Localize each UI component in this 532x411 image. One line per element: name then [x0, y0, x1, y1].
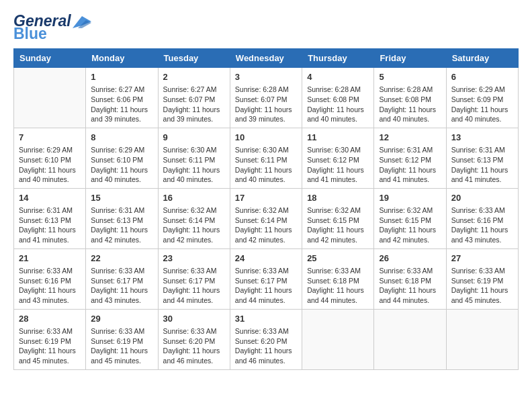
day-info: Sunrise: 6:33 AM Sunset: 6:18 PM Dayligh… — [307, 266, 369, 306]
calendar-table: SundayMondayTuesdayWednesdayThursdayFrid… — [13, 48, 519, 370]
calendar-day-cell: 21Sunrise: 6:33 AM Sunset: 6:16 PM Dayli… — [14, 248, 86, 309]
day-number: 28 — [19, 313, 81, 325]
day-number: 19 — [379, 192, 441, 204]
day-info: Sunrise: 6:31 AM Sunset: 6:13 PM Dayligh… — [451, 145, 513, 185]
day-info: Sunrise: 6:33 AM Sunset: 6:19 PM Dayligh… — [19, 326, 81, 366]
day-number: 8 — [91, 132, 152, 144]
calendar-day-cell: 13Sunrise: 6:31 AM Sunset: 6:13 PM Dayli… — [446, 128, 518, 188]
day-number: 27 — [451, 253, 513, 265]
calendar-week-row: 21Sunrise: 6:33 AM Sunset: 6:16 PM Dayli… — [14, 248, 519, 309]
day-number: 18 — [307, 192, 369, 204]
day-number: 7 — [19, 132, 81, 144]
day-number: 16 — [163, 192, 225, 204]
day-header-friday: Friday — [374, 49, 446, 68]
calendar-day-cell: 10Sunrise: 6:30 AM Sunset: 6:11 PM Dayli… — [230, 128, 302, 188]
day-header-wednesday: Wednesday — [230, 49, 302, 68]
calendar-day-cell: 7Sunrise: 6:29 AM Sunset: 6:10 PM Daylig… — [14, 128, 86, 188]
day-number: 11 — [307, 132, 369, 144]
day-info: Sunrise: 6:31 AM Sunset: 6:13 PM Dayligh… — [19, 205, 81, 245]
day-number: 3 — [235, 71, 297, 83]
day-info: Sunrise: 6:28 AM Sunset: 6:08 PM Dayligh… — [307, 85, 369, 124]
day-info: Sunrise: 6:33 AM Sunset: 6:17 PM Dayligh… — [91, 266, 152, 306]
calendar-day-cell: 27Sunrise: 6:33 AM Sunset: 6:19 PM Dayli… — [446, 248, 518, 309]
day-info: Sunrise: 6:27 AM Sunset: 6:06 PM Dayligh… — [91, 85, 152, 124]
day-number: 1 — [91, 71, 152, 83]
calendar-day-cell: 5Sunrise: 6:28 AM Sunset: 6:08 PM Daylig… — [374, 68, 446, 128]
day-info: Sunrise: 6:28 AM Sunset: 6:08 PM Dayligh… — [379, 85, 441, 124]
day-info: Sunrise: 6:28 AM Sunset: 6:07 PM Dayligh… — [235, 85, 297, 124]
calendar-day-cell: 26Sunrise: 6:33 AM Sunset: 6:18 PM Dayli… — [374, 248, 446, 309]
day-number: 14 — [19, 192, 81, 204]
day-number: 24 — [235, 253, 297, 265]
day-info: Sunrise: 6:27 AM Sunset: 6:07 PM Dayligh… — [163, 85, 225, 124]
day-info: Sunrise: 6:32 AM Sunset: 6:15 PM Dayligh… — [379, 205, 441, 245]
day-number: 20 — [451, 192, 513, 204]
calendar-day-cell: 1Sunrise: 6:27 AM Sunset: 6:06 PM Daylig… — [86, 68, 158, 128]
calendar-day-cell: 31Sunrise: 6:33 AM Sunset: 6:20 PM Dayli… — [230, 309, 302, 369]
day-header-sunday: Sunday — [14, 49, 86, 68]
day-number: 29 — [91, 313, 152, 325]
calendar-day-cell: 30Sunrise: 6:33 AM Sunset: 6:20 PM Dayli… — [158, 309, 230, 369]
day-number: 21 — [19, 253, 81, 265]
day-info: Sunrise: 6:30 AM Sunset: 6:11 PM Dayligh… — [163, 145, 225, 185]
calendar-day-cell: 17Sunrise: 6:32 AM Sunset: 6:14 PM Dayli… — [230, 188, 302, 248]
calendar-day-cell — [302, 309, 374, 369]
calendar-day-cell: 6Sunrise: 6:29 AM Sunset: 6:09 PM Daylig… — [446, 68, 518, 128]
day-number: 17 — [235, 192, 297, 204]
day-number: 23 — [163, 253, 225, 265]
day-info: Sunrise: 6:33 AM Sunset: 6:18 PM Dayligh… — [379, 266, 441, 306]
day-header-thursday: Thursday — [302, 49, 374, 68]
day-info: Sunrise: 6:33 AM Sunset: 6:17 PM Dayligh… — [163, 266, 225, 306]
calendar-day-cell: 9Sunrise: 6:30 AM Sunset: 6:11 PM Daylig… — [158, 128, 230, 188]
day-number: 13 — [451, 132, 513, 144]
calendar-day-cell — [374, 309, 446, 369]
calendar-day-cell: 23Sunrise: 6:33 AM Sunset: 6:17 PM Dayli… — [158, 248, 230, 309]
day-number: 9 — [163, 132, 225, 144]
day-info: Sunrise: 6:29 AM Sunset: 6:09 PM Dayligh… — [451, 85, 513, 124]
day-number: 10 — [235, 132, 297, 144]
day-number: 4 — [307, 71, 369, 83]
day-number: 6 — [451, 71, 513, 83]
calendar-day-cell — [14, 68, 86, 128]
calendar-day-cell: 8Sunrise: 6:29 AM Sunset: 6:10 PM Daylig… — [86, 128, 158, 188]
day-number: 2 — [163, 71, 225, 83]
calendar-day-cell: 25Sunrise: 6:33 AM Sunset: 6:18 PM Dayli… — [302, 248, 374, 309]
calendar-day-cell: 16Sunrise: 6:32 AM Sunset: 6:14 PM Dayli… — [158, 188, 230, 248]
day-number: 5 — [379, 71, 441, 83]
calendar-day-cell: 11Sunrise: 6:30 AM Sunset: 6:12 PM Dayli… — [302, 128, 374, 188]
day-info: Sunrise: 6:32 AM Sunset: 6:14 PM Dayligh… — [235, 205, 297, 245]
day-info: Sunrise: 6:31 AM Sunset: 6:13 PM Dayligh… — [91, 205, 152, 245]
day-number: 22 — [91, 253, 152, 265]
day-number: 12 — [379, 132, 441, 144]
day-number: 15 — [91, 192, 152, 204]
day-info: Sunrise: 6:33 AM Sunset: 6:17 PM Dayligh… — [235, 266, 297, 306]
day-header-tuesday: Tuesday — [158, 49, 230, 68]
day-info: Sunrise: 6:33 AM Sunset: 6:20 PM Dayligh… — [235, 326, 297, 366]
calendar-day-cell: 29Sunrise: 6:33 AM Sunset: 6:19 PM Dayli… — [86, 309, 158, 369]
day-number: 25 — [307, 253, 369, 265]
day-info: Sunrise: 6:29 AM Sunset: 6:10 PM Dayligh… — [19, 145, 81, 185]
day-number: 26 — [379, 253, 441, 265]
calendar-week-row: 1Sunrise: 6:27 AM Sunset: 6:06 PM Daylig… — [14, 68, 519, 128]
day-info: Sunrise: 6:33 AM Sunset: 6:19 PM Dayligh… — [451, 266, 513, 306]
calendar-day-cell: 14Sunrise: 6:31 AM Sunset: 6:13 PM Dayli… — [14, 188, 86, 248]
day-info: Sunrise: 6:33 AM Sunset: 6:19 PM Dayligh… — [91, 326, 152, 366]
calendar-day-cell: 12Sunrise: 6:31 AM Sunset: 6:12 PM Dayli… — [374, 128, 446, 188]
day-header-saturday: Saturday — [446, 49, 518, 68]
day-info: Sunrise: 6:30 AM Sunset: 6:12 PM Dayligh… — [307, 145, 369, 185]
calendar-day-cell: 18Sunrise: 6:32 AM Sunset: 6:15 PM Dayli… — [302, 188, 374, 248]
calendar-day-cell: 28Sunrise: 6:33 AM Sunset: 6:19 PM Dayli… — [14, 309, 86, 369]
logo-blue-text: Blue — [13, 26, 91, 42]
page-header: General Blue — [13, 13, 519, 42]
logo: General Blue — [13, 13, 91, 42]
day-info: Sunrise: 6:29 AM Sunset: 6:10 PM Dayligh… — [91, 145, 152, 185]
day-info: Sunrise: 6:32 AM Sunset: 6:14 PM Dayligh… — [163, 205, 225, 245]
calendar-day-cell: 20Sunrise: 6:33 AM Sunset: 6:16 PM Dayli… — [446, 188, 518, 248]
calendar-day-cell: 24Sunrise: 6:33 AM Sunset: 6:17 PM Dayli… — [230, 248, 302, 309]
day-number: 30 — [163, 313, 225, 325]
day-info: Sunrise: 6:33 AM Sunset: 6:20 PM Dayligh… — [163, 326, 225, 366]
calendar-day-cell — [446, 309, 518, 369]
calendar-day-cell: 4Sunrise: 6:28 AM Sunset: 6:08 PM Daylig… — [302, 68, 374, 128]
day-info: Sunrise: 6:31 AM Sunset: 6:12 PM Dayligh… — [379, 145, 441, 185]
calendar-header-row: SundayMondayTuesdayWednesdayThursdayFrid… — [14, 49, 519, 68]
